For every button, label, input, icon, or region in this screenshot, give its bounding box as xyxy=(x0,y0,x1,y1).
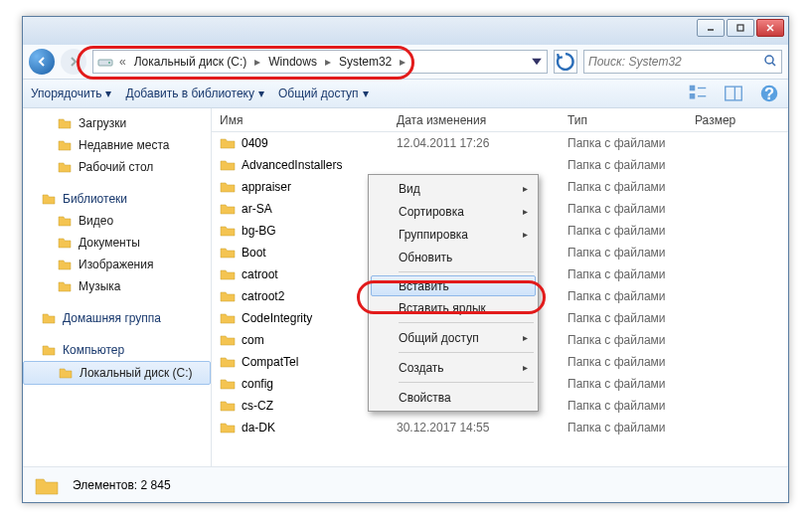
col-type[interactable]: Тип xyxy=(560,113,687,127)
file-type: Папка с файлами xyxy=(560,289,687,303)
organize-menu[interactable]: Упорядочить ▾ xyxy=(31,87,111,100)
cm-properties[interactable]: Свойства xyxy=(371,386,536,409)
sidebar-item[interactable]: Загрузки xyxy=(23,112,211,134)
svg-rect-9 xyxy=(690,93,696,99)
file-type: Папка с файлами xyxy=(560,246,687,260)
preview-pane-button[interactable] xyxy=(723,83,744,104)
cm-share[interactable]: Общий доступ xyxy=(371,326,536,349)
library-icon xyxy=(41,191,57,207)
sidebar-item[interactable]: Видео xyxy=(23,210,211,232)
col-date[interactable]: Дата изменения xyxy=(389,113,560,127)
separator xyxy=(399,322,534,323)
file-type: Папка с файлами xyxy=(560,267,687,281)
maximize-button[interactable] xyxy=(727,19,754,37)
separator xyxy=(399,382,534,383)
file-name: bg-BG xyxy=(242,224,276,238)
file-name: com xyxy=(242,333,264,347)
include-library-menu[interactable]: Добавить в библиотеку ▾ xyxy=(125,87,264,100)
cm-refresh[interactable]: Обновить xyxy=(371,246,536,268)
file-name: ar-SA xyxy=(242,202,272,216)
col-name[interactable]: Имя xyxy=(212,113,389,127)
file-type: Папка с файлами xyxy=(560,333,687,347)
sidebar-item[interactable]: Рабочий стол xyxy=(23,156,211,178)
nav-forward-button[interactable] xyxy=(61,49,86,75)
refresh-button[interactable] xyxy=(554,50,577,74)
sidebar-item-label: Музыка xyxy=(79,279,120,293)
file-name: catroot2 xyxy=(242,289,284,303)
music-icon xyxy=(57,278,73,294)
sidebar-item[interactable]: Недавние места xyxy=(23,134,211,156)
pictures-icon xyxy=(57,257,73,272)
file-date: 30.12.2017 14:55 xyxy=(389,421,560,435)
view-mode-button[interactable] xyxy=(687,83,709,104)
sidebar-item[interactable]: Домашняя группа xyxy=(23,307,211,329)
cm-view[interactable]: Вид xyxy=(371,177,536,200)
sidebar-item[interactable]: Библиотеки xyxy=(23,188,211,210)
window-controls xyxy=(697,19,784,37)
file-name: CodeIntegrity xyxy=(242,311,312,325)
svg-point-6 xyxy=(765,56,773,64)
recent-icon xyxy=(57,137,73,153)
chevron-down-icon: ▾ xyxy=(105,87,111,100)
item-count: Элементов: 2 845 xyxy=(73,478,171,492)
nav-back-button[interactable] xyxy=(29,49,55,75)
col-size[interactable]: Размер xyxy=(687,113,788,127)
share-menu[interactable]: Общий доступ ▾ xyxy=(278,87,369,100)
column-headers: Имя Дата изменения Тип Размер xyxy=(212,108,788,132)
nav-row: « Локальный диск (C:) ▸ Windows ▸ System… xyxy=(23,45,788,79)
cm-new[interactable]: Создать xyxy=(371,356,536,379)
folder-icon xyxy=(33,471,61,499)
search-input[interactable] xyxy=(588,55,759,69)
separator xyxy=(399,352,534,353)
file-type: Папка с файлами xyxy=(560,224,687,238)
context-menu: Вид Сортировка Группировка Обновить Вста… xyxy=(368,174,539,412)
table-row[interactable]: AdvancedInstallersПапка с файлами xyxy=(212,154,788,176)
folder-icon xyxy=(220,356,236,368)
sidebar-item-label: Рабочий стол xyxy=(79,160,153,174)
table-row[interactable]: da-DK30.12.2017 14:55Папка с файлами xyxy=(212,417,788,438)
documents-icon xyxy=(57,235,73,251)
address-bar[interactable]: « Локальный диск (C:) ▸ Windows ▸ System… xyxy=(92,50,548,74)
breadcrumb-segment[interactable]: System32 xyxy=(337,55,394,69)
folder-icon xyxy=(220,400,236,412)
sidebar-item-label: Компьютер xyxy=(63,343,124,357)
svg-rect-12 xyxy=(726,87,742,100)
folder-icon xyxy=(220,137,236,149)
sidebar-item[interactable]: Локальный диск (C:) xyxy=(23,361,211,385)
sidebar-item[interactable]: Музыка xyxy=(23,275,211,297)
minimize-button[interactable] xyxy=(697,19,725,37)
sidebar-item-label: Локальный диск (C:) xyxy=(80,366,193,380)
sidebar-item[interactable]: Изображения xyxy=(23,254,211,275)
computer-icon xyxy=(41,342,57,358)
cm-group[interactable]: Группировка xyxy=(371,223,536,246)
sidebar-item-label: Недавние места xyxy=(79,138,169,152)
folder-icon xyxy=(220,225,236,237)
close-button[interactable] xyxy=(756,19,784,37)
video-icon xyxy=(57,213,73,229)
breadcrumb-segment[interactable]: Windows xyxy=(266,55,319,69)
cm-paste-shortcut[interactable]: Вставить ярлык xyxy=(371,296,536,319)
folder-icon xyxy=(220,159,236,171)
help-button[interactable]: ? xyxy=(758,83,780,104)
cm-paste[interactable]: Вставить xyxy=(371,275,536,296)
cm-sort[interactable]: Сортировка xyxy=(371,200,536,223)
file-name: CompatTel xyxy=(242,355,298,369)
file-name: catroot xyxy=(242,267,278,281)
sidebar-item[interactable]: Компьютер xyxy=(23,339,211,361)
sidebar-item[interactable]: Документы xyxy=(23,232,211,254)
downloads-icon xyxy=(57,115,73,131)
address-dropdown[interactable] xyxy=(529,54,545,70)
folder-icon xyxy=(220,422,236,434)
sidebar-item-label: Домашняя группа xyxy=(63,311,161,325)
svg-point-5 xyxy=(108,62,110,64)
folder-icon xyxy=(220,181,236,193)
toolbar: Упорядочить ▾ Добавить в библиотеку ▾ Об… xyxy=(23,79,788,108)
svg-text:?: ? xyxy=(764,85,774,102)
table-row[interactable]: 040912.04.2011 17:26Папка с файлами xyxy=(212,132,788,154)
search-box[interactable] xyxy=(583,50,782,74)
file-type: Папка с файлами xyxy=(560,377,687,391)
chevron-right-icon: ▸ xyxy=(252,55,262,69)
drive-icon xyxy=(97,54,113,70)
file-type: Папка с файлами xyxy=(560,158,687,172)
breadcrumb-segment[interactable]: Локальный диск (C:) xyxy=(132,55,249,69)
